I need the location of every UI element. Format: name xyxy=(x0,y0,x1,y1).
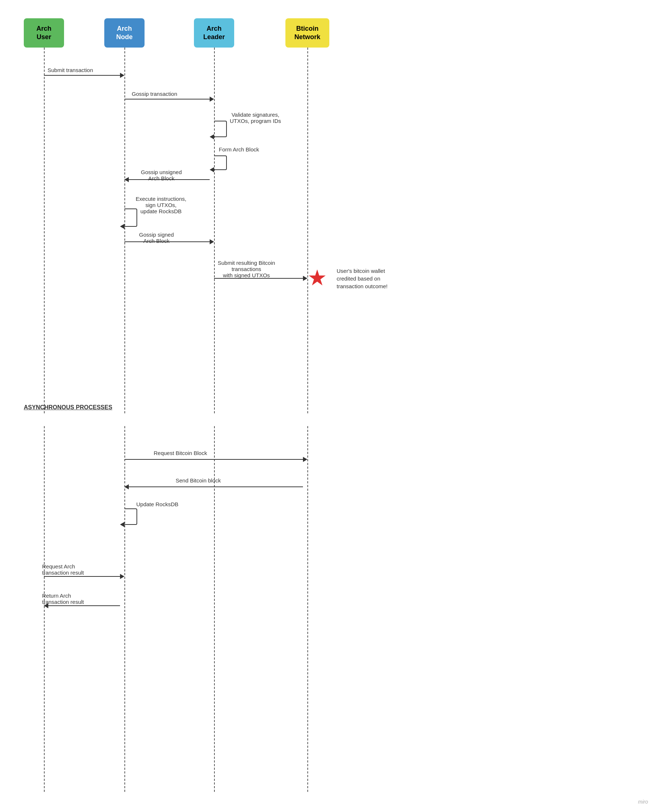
section-async-label: ASYNCHRONOUS PROCESSES xyxy=(24,404,112,411)
lifeline-arch-leader xyxy=(214,47,215,413)
actor-arch-leader: ArchLeader xyxy=(194,18,234,47)
self-loop-execute xyxy=(125,208,137,227)
label-form-arch-block: Form Arch Block xyxy=(219,146,259,153)
lifeline-arch-node xyxy=(125,47,125,413)
self-loop-update-arrowhead xyxy=(120,522,125,527)
self-loop-update-rocksdb xyxy=(125,508,137,525)
self-loop-form-arrowhead xyxy=(210,167,214,172)
lifeline-arch-user xyxy=(44,47,45,413)
lifeline2-bitcoin-network xyxy=(307,426,308,792)
bitcoin-wallet-note: User's bitcoin walletcredited based ontr… xyxy=(337,267,410,290)
label-gossip-unsigned: Gossip unsignedArch Block xyxy=(141,169,182,181)
self-loop-validate-arrowhead xyxy=(210,134,214,139)
label-update-rocksdb: Update RocksDB xyxy=(128,501,187,507)
label-return-arch-tx: Return Archtransaction result xyxy=(42,593,108,605)
label-request-bitcoin-block: Request Bitcoin Block xyxy=(154,450,207,456)
label-submit-transaction: Submit transaction xyxy=(47,67,93,73)
self-loop-validate xyxy=(214,121,227,137)
actor-arch-user: ArchUser xyxy=(24,18,64,47)
label-gossip-transaction: Gossip transaction xyxy=(132,91,177,97)
lifeline2-arch-node xyxy=(125,426,125,792)
diagram-container: ArchUser ArchNode ArchLeader BticoinNetw… xyxy=(0,0,659,812)
label-validate: Validate signatures,UTXOs, program IDs xyxy=(219,112,292,124)
star-icon: ★ xyxy=(307,267,327,289)
actor-bitcoin-network: BticoinNetwork xyxy=(285,18,330,47)
label-gossip-signed: Gossip signedArch Block xyxy=(139,231,174,244)
label-request-arch-tx: Request Archtransaction result xyxy=(42,563,108,576)
watermark: miro xyxy=(638,799,648,805)
self-loop-execute-arrowhead xyxy=(120,224,125,229)
lifeline-bitcoin-network xyxy=(307,47,308,413)
self-loop-form-arch-block xyxy=(214,156,227,170)
label-send-bitcoin-block: Send Bitcoin block xyxy=(176,477,221,483)
label-submit-resulting: Submit resulting Bitcointransactionswith… xyxy=(218,260,275,279)
actor-arch-node: ArchNode xyxy=(104,18,145,47)
label-execute: Execute instructions,sign UTXOs,update R… xyxy=(128,196,194,214)
lifeline2-arch-user xyxy=(44,426,45,792)
